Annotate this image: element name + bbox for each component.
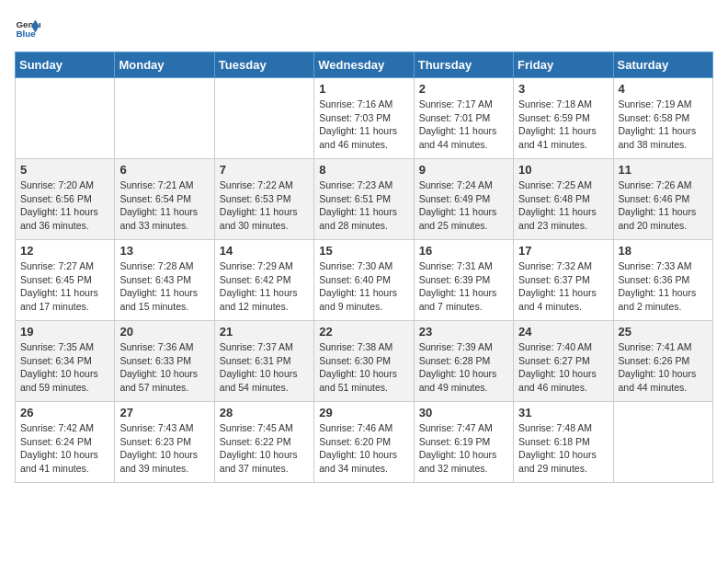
- calendar-cell: 11Sunrise: 7:26 AM Sunset: 6:46 PM Dayli…: [613, 159, 712, 240]
- day-header-tuesday: Tuesday: [214, 52, 313, 78]
- day-header-sunday: Sunday: [16, 52, 115, 78]
- cell-info: Sunrise: 7:45 AM Sunset: 6:22 PM Dayligh…: [220, 421, 309, 476]
- cell-info: Sunrise: 7:17 AM Sunset: 7:01 PM Dayligh…: [419, 98, 508, 152]
- calendar-cell: 22Sunrise: 7:38 AM Sunset: 6:30 PM Dayli…: [314, 321, 414, 402]
- day-number: 28: [220, 406, 309, 419]
- day-number: 23: [419, 325, 508, 339]
- cell-info: Sunrise: 7:22 AM Sunset: 6:53 PM Dayligh…: [220, 178, 309, 233]
- day-number: 31: [518, 406, 608, 419]
- calendar-cell: 18Sunrise: 7:33 AM Sunset: 6:36 PM Dayli…: [613, 240, 712, 321]
- logo-icon: General Blue: [15, 15, 40, 40]
- cell-info: Sunrise: 7:37 AM Sunset: 6:31 PM Dayligh…: [220, 340, 309, 395]
- cell-info: Sunrise: 7:38 AM Sunset: 6:30 PM Dayligh…: [319, 340, 408, 395]
- day-number: 19: [20, 325, 109, 339]
- calendar-cell: [16, 78, 115, 159]
- day-number: 2: [419, 82, 508, 96]
- calendar-cell: 5Sunrise: 7:20 AM Sunset: 6:56 PM Daylig…: [16, 159, 115, 240]
- day-number: 29: [319, 406, 408, 419]
- week-row-5: 26Sunrise: 7:42 AM Sunset: 6:24 PM Dayli…: [16, 402, 713, 483]
- cell-info: Sunrise: 7:28 AM Sunset: 6:43 PM Dayligh…: [119, 259, 209, 314]
- cell-info: Sunrise: 7:26 AM Sunset: 6:46 PM Dayligh…: [619, 178, 708, 233]
- day-number: 14: [220, 244, 309, 258]
- calendar-cell: 13Sunrise: 7:28 AM Sunset: 6:43 PM Dayli…: [115, 240, 214, 321]
- calendar-cell: [115, 78, 214, 159]
- day-number: 30: [419, 406, 508, 419]
- cell-info: Sunrise: 7:18 AM Sunset: 6:59 PM Dayligh…: [518, 98, 608, 152]
- calendar-cell: 28Sunrise: 7:45 AM Sunset: 6:22 PM Dayli…: [214, 402, 313, 483]
- cell-info: Sunrise: 7:31 AM Sunset: 6:39 PM Dayligh…: [419, 259, 508, 314]
- cell-info: Sunrise: 7:21 AM Sunset: 6:54 PM Dayligh…: [119, 178, 209, 233]
- cell-info: Sunrise: 7:40 AM Sunset: 6:27 PM Dayligh…: [518, 340, 608, 395]
- day-header-monday: Monday: [115, 52, 214, 78]
- cell-info: Sunrise: 7:35 AM Sunset: 6:34 PM Dayligh…: [20, 340, 109, 395]
- cell-info: Sunrise: 7:33 AM Sunset: 6:36 PM Dayligh…: [619, 259, 708, 314]
- day-number: 11: [619, 163, 708, 177]
- day-number: 9: [419, 163, 508, 177]
- day-number: 17: [518, 244, 608, 258]
- calendar-cell: [613, 402, 712, 483]
- day-number: 12: [20, 244, 109, 258]
- logo: General Blue: [15, 15, 40, 40]
- week-row-4: 19Sunrise: 7:35 AM Sunset: 6:34 PM Dayli…: [16, 321, 713, 402]
- calendar-cell: 14Sunrise: 7:29 AM Sunset: 6:42 PM Dayli…: [214, 240, 313, 321]
- calendar-cell: 7Sunrise: 7:22 AM Sunset: 6:53 PM Daylig…: [214, 159, 313, 240]
- cell-info: Sunrise: 7:16 AM Sunset: 7:03 PM Dayligh…: [319, 98, 408, 152]
- calendar-cell: 12Sunrise: 7:27 AM Sunset: 6:45 PM Dayli…: [16, 240, 115, 321]
- cell-info: Sunrise: 7:19 AM Sunset: 6:58 PM Dayligh…: [619, 98, 708, 152]
- calendar-cell: 26Sunrise: 7:42 AM Sunset: 6:24 PM Dayli…: [16, 402, 115, 483]
- calendar-cell: 25Sunrise: 7:41 AM Sunset: 6:26 PM Dayli…: [613, 321, 712, 402]
- calendar-cell: 6Sunrise: 7:21 AM Sunset: 6:54 PM Daylig…: [115, 159, 214, 240]
- day-number: 27: [119, 406, 209, 419]
- day-header-wednesday: Wednesday: [314, 52, 414, 78]
- page-header: General Blue: [15, 15, 713, 40]
- day-number: 4: [619, 82, 708, 96]
- svg-text:Blue: Blue: [16, 29, 36, 39]
- day-number: 20: [119, 325, 209, 339]
- cell-info: Sunrise: 7:23 AM Sunset: 6:51 PM Dayligh…: [319, 178, 408, 233]
- day-number: 5: [20, 163, 109, 177]
- cell-info: Sunrise: 7:27 AM Sunset: 6:45 PM Dayligh…: [20, 259, 109, 314]
- day-number: 8: [319, 163, 408, 177]
- cell-info: Sunrise: 7:42 AM Sunset: 6:24 PM Dayligh…: [20, 421, 109, 476]
- calendar-cell: 9Sunrise: 7:24 AM Sunset: 6:49 PM Daylig…: [414, 159, 513, 240]
- cell-info: Sunrise: 7:29 AM Sunset: 6:42 PM Dayligh…: [220, 259, 309, 314]
- calendar-cell: 21Sunrise: 7:37 AM Sunset: 6:31 PM Dayli…: [214, 321, 313, 402]
- days-header-row: SundayMondayTuesdayWednesdayThursdayFrid…: [16, 52, 713, 78]
- calendar-cell: [214, 78, 313, 159]
- calendar-cell: 4Sunrise: 7:19 AM Sunset: 6:58 PM Daylig…: [613, 78, 712, 159]
- cell-info: Sunrise: 7:43 AM Sunset: 6:23 PM Dayligh…: [119, 421, 209, 476]
- day-number: 18: [619, 244, 708, 258]
- day-number: 16: [419, 244, 508, 258]
- calendar-cell: 17Sunrise: 7:32 AM Sunset: 6:37 PM Dayli…: [514, 240, 613, 321]
- calendar-cell: 3Sunrise: 7:18 AM Sunset: 6:59 PM Daylig…: [514, 78, 613, 159]
- cell-info: Sunrise: 7:25 AM Sunset: 6:48 PM Dayligh…: [518, 178, 608, 233]
- calendar-cell: 24Sunrise: 7:40 AM Sunset: 6:27 PM Dayli…: [514, 321, 613, 402]
- calendar-cell: 23Sunrise: 7:39 AM Sunset: 6:28 PM Dayli…: [414, 321, 513, 402]
- week-row-3: 12Sunrise: 7:27 AM Sunset: 6:45 PM Dayli…: [16, 240, 713, 321]
- day-header-saturday: Saturday: [613, 52, 712, 78]
- cell-info: Sunrise: 7:47 AM Sunset: 6:19 PM Dayligh…: [419, 421, 508, 476]
- cell-info: Sunrise: 7:48 AM Sunset: 6:18 PM Dayligh…: [518, 421, 608, 476]
- day-number: 3: [518, 82, 608, 96]
- cell-info: Sunrise: 7:39 AM Sunset: 6:28 PM Dayligh…: [419, 340, 508, 395]
- day-number: 13: [119, 244, 209, 258]
- calendar-cell: 30Sunrise: 7:47 AM Sunset: 6:19 PM Dayli…: [414, 402, 513, 483]
- calendar-cell: 15Sunrise: 7:30 AM Sunset: 6:40 PM Dayli…: [314, 240, 414, 321]
- day-number: 22: [319, 325, 408, 339]
- calendar-cell: 8Sunrise: 7:23 AM Sunset: 6:51 PM Daylig…: [314, 159, 414, 240]
- week-row-1: 1Sunrise: 7:16 AM Sunset: 7:03 PM Daylig…: [16, 78, 713, 159]
- day-number: 21: [220, 325, 309, 339]
- cell-info: Sunrise: 7:32 AM Sunset: 6:37 PM Dayligh…: [518, 259, 608, 314]
- calendar-cell: 2Sunrise: 7:17 AM Sunset: 7:01 PM Daylig…: [414, 78, 513, 159]
- calendar-cell: 20Sunrise: 7:36 AM Sunset: 6:33 PM Dayli…: [115, 321, 214, 402]
- cell-info: Sunrise: 7:30 AM Sunset: 6:40 PM Dayligh…: [319, 259, 408, 314]
- day-number: 10: [518, 163, 608, 177]
- day-number: 6: [119, 163, 209, 177]
- day-number: 26: [20, 406, 109, 419]
- calendar-cell: 31Sunrise: 7:48 AM Sunset: 6:18 PM Dayli…: [514, 402, 613, 483]
- cell-info: Sunrise: 7:20 AM Sunset: 6:56 PM Dayligh…: [20, 178, 109, 233]
- calendar-cell: 16Sunrise: 7:31 AM Sunset: 6:39 PM Dayli…: [414, 240, 513, 321]
- day-header-thursday: Thursday: [414, 52, 513, 78]
- calendar-cell: 27Sunrise: 7:43 AM Sunset: 6:23 PM Dayli…: [115, 402, 214, 483]
- day-number: 7: [220, 163, 309, 177]
